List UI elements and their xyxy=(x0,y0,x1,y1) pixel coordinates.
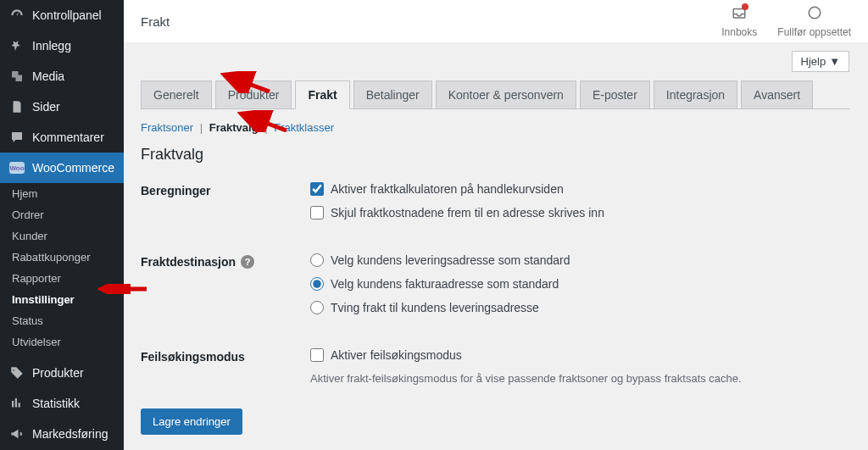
label-calculations: Beregninger xyxy=(141,182,310,230)
sidebar-sub-innstillinger[interactable]: Innstillinger xyxy=(0,289,124,310)
comment-icon xyxy=(8,129,25,146)
sidebar-item-stats[interactable]: Statistikk xyxy=(0,388,124,419)
media-icon xyxy=(8,68,25,85)
sidebar-item-label: Kontrollpanel xyxy=(32,8,102,22)
settings-tabs: GenereltProdukterFraktBetalingerKontoer … xyxy=(141,81,849,109)
pin-icon xyxy=(8,37,25,54)
sidebar-sub-kunder[interactable]: Kunder xyxy=(0,225,124,247)
checkbox-debug-mode[interactable]: Aktiver feilsøkingsmodus xyxy=(310,348,849,362)
page-title: Frakt xyxy=(141,14,170,29)
sidebar-item-marketing[interactable]: Markedsføring xyxy=(0,419,124,449)
sidebar-item-label: Sider xyxy=(32,100,60,114)
pages-icon xyxy=(8,98,25,115)
circle-icon xyxy=(807,5,822,23)
content: Hjelp ▼ GenereltProdukterFraktBetalinger… xyxy=(124,42,868,450)
tab-generelt[interactable]: Generelt xyxy=(141,81,212,109)
sidebar-item-pin[interactable]: Innlegg xyxy=(0,31,124,61)
help-icon[interactable]: ? xyxy=(241,255,254,269)
tab-kontoer-personvern[interactable]: Kontoer & personvern xyxy=(436,81,576,109)
sidebar-item-label: Markedsføring xyxy=(32,427,108,441)
section-title: Fraktvalg xyxy=(141,146,849,164)
sidebar-sub-hjem[interactable]: Hjem xyxy=(0,183,124,204)
subtab-options[interactable]: Fraktvalg xyxy=(209,121,259,134)
chevron-down-icon: ▼ xyxy=(829,55,840,68)
marketing-icon xyxy=(8,425,25,442)
subtab-classes[interactable]: Fraktklasser xyxy=(274,121,334,134)
subtab-zones[interactable]: Fraktsoner xyxy=(141,121,193,134)
sidebar-sub-utvidelser[interactable]: Utvidelser xyxy=(0,331,124,353)
topbar: Frakt Innboks Fullfør oppsettet xyxy=(124,0,868,42)
radio-force-shipping[interactable]: Tving frakt til kundens leveringsadresse xyxy=(310,301,849,314)
svg-text:Woo: Woo xyxy=(9,164,24,172)
label-destination: Fraktdestinasjon? xyxy=(141,253,310,325)
label-debug: Feilsøkingsmodus xyxy=(141,348,310,385)
tab-betalinger[interactable]: Betalinger xyxy=(353,81,432,109)
tab-integrasjon[interactable]: Integrasjon xyxy=(654,81,737,109)
radio-billing-address[interactable]: Velg kundens fakturaadresse som standard xyxy=(310,277,849,291)
admin-sidebar: KontrollpanelInnleggMediaSiderKommentare… xyxy=(0,0,124,450)
sidebar-item-label: Produkter xyxy=(32,366,84,380)
sidebar-item-pages[interactable]: Sider xyxy=(0,92,124,122)
sidebar-sub-rapporter[interactable]: Rapporter xyxy=(0,268,124,289)
sidebar-item-label: Innlegg xyxy=(32,39,71,53)
tag-icon xyxy=(8,364,25,381)
sidebar-item-woocommerce[interactable]: Woo WooCommerce xyxy=(0,153,124,183)
checkbox-hide-costs[interactable]: Skjul fraktkostnadene frem til en adress… xyxy=(310,206,849,219)
sidebar-sub-ordrer[interactable]: Ordrer xyxy=(0,204,124,225)
sidebar-item-tag[interactable]: Produkter xyxy=(0,358,124,388)
sidebar-item-dashboard[interactable]: Kontrollpanel xyxy=(0,0,124,31)
dashboard-icon xyxy=(8,7,25,24)
sidebar-item-label: Kommentarer xyxy=(32,131,104,144)
woo-icon: Woo xyxy=(8,159,25,176)
shipping-subtabs: Fraktsoner | Fraktvalg | Fraktklasser xyxy=(141,121,849,134)
tab-frakt[interactable]: Frakt xyxy=(295,81,349,109)
setup-button[interactable]: Fullfør oppsettet xyxy=(777,5,851,38)
sidebar-item-label: WooCommerce xyxy=(32,161,114,175)
sidebar-item-comment[interactable]: Kommentarer xyxy=(0,122,124,153)
sidebar-item-label: Media xyxy=(32,69,64,83)
debug-description: Aktiver frakt-feilsøkingsmodus for å vis… xyxy=(310,372,849,385)
tab-e-poster[interactable]: E-poster xyxy=(580,81,650,109)
svg-point-8 xyxy=(809,7,821,19)
tab-produkter[interactable]: Produkter xyxy=(215,81,292,109)
sidebar-sub-rabattkuponger[interactable]: Rabattkuponger xyxy=(0,247,124,268)
checkbox-enable-calculator[interactable]: Aktiver fraktkalkulatoren på handlekurvs… xyxy=(310,182,849,196)
save-button[interactable]: Lagre endringer xyxy=(141,408,242,435)
radio-shipping-address[interactable]: Velg kundens leveringsadresse som standa… xyxy=(310,253,849,267)
sidebar-item-label: Statistikk xyxy=(32,397,80,410)
sidebar-sub-status[interactable]: Status xyxy=(0,310,124,331)
sidebar-item-media[interactable]: Media xyxy=(0,61,124,92)
inbox-icon xyxy=(732,5,747,23)
tab-avansert[interactable]: Avansert xyxy=(741,81,813,109)
stats-icon xyxy=(8,395,25,412)
inbox-button[interactable]: Innboks xyxy=(721,5,757,38)
help-button[interactable]: Hjelp ▼ xyxy=(792,51,850,72)
